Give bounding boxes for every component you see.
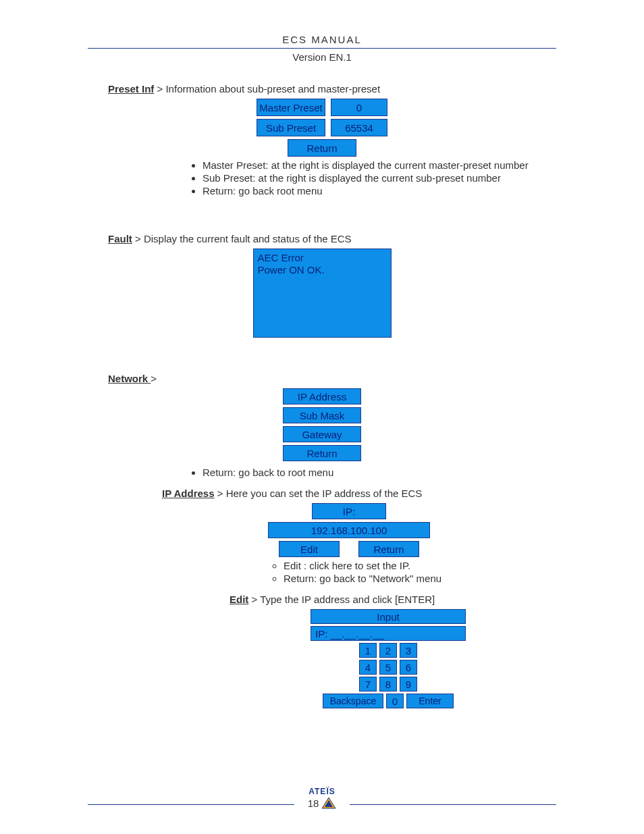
footer-rule-left [88, 804, 294, 805]
doc-version: Version EN.1 [88, 49, 556, 63]
master-preset-label: Master Preset [257, 99, 325, 116]
keypad-key-9[interactable]: 9 [400, 677, 417, 692]
ip-address-heading: IP Address [162, 488, 215, 499]
footer-rule-right [350, 804, 556, 805]
keypad-ip-row: IP: __.__.__.__ [311, 626, 466, 641]
keypad-key-3[interactable]: 3 [400, 643, 417, 658]
list-item: Master Preset: at the right is displayed… [203, 159, 536, 171]
fault-heading: Fault [108, 233, 132, 244]
fault-line: Power ON OK. [258, 264, 387, 276]
network-menu: IP Address Sub Mask Gateway Return [283, 388, 361, 464]
preset-panel: Master Preset 0 Sub Preset 65534 Return [251, 99, 393, 157]
network-heading-row: Network > [108, 373, 536, 384]
keypad-input-header: Input [311, 609, 466, 624]
keypad-key-8[interactable]: 8 [379, 677, 397, 692]
preset-return-button[interactable]: Return [288, 139, 356, 157]
network-item-return[interactable]: Return [283, 445, 361, 461]
ip-header-label: IP: [312, 503, 386, 519]
ip-address-bullets: Edit : click here to set the IP. Return:… [284, 560, 536, 584]
brand-name: ATEÏS [308, 787, 335, 796]
preset-inf-heading-row: Preset Inf > Information about sub-prese… [108, 83, 536, 95]
network-heading: Network [108, 373, 151, 384]
keypad-key-1[interactable]: 1 [359, 643, 377, 658]
edit-heading: Edit [230, 594, 248, 605]
network-gt: > [151, 373, 157, 384]
fault-heading-row: Fault > Display the current fault and st… [108, 233, 536, 244]
preset-inf-desc: > Information about sub-preset and maste… [154, 83, 380, 95]
preset-inf-bullets: Master Preset: at the right is displayed… [203, 159, 536, 197]
doc-title: ECS MANUAL [88, 34, 556, 48]
network-item-sub-mask[interactable]: Sub Mask [283, 407, 361, 423]
ip-address-panel: IP: 192.168.100.100 Edit Return [268, 503, 430, 557]
ip-return-button[interactable]: Return [358, 541, 419, 557]
ip-value: 192.168.100.100 [268, 522, 430, 538]
fault-panel: AEC Error Power ON OK. [253, 249, 392, 338]
keypad-key-4[interactable]: 4 [359, 660, 377, 675]
keypad-key-0[interactable]: 0 [386, 694, 404, 708]
master-preset-value: 0 [331, 99, 387, 116]
ip-address-heading-row: IP Address > Here you can set the IP add… [162, 488, 536, 499]
fault-line: AEC Error [258, 252, 387, 264]
sub-preset-label: Sub Preset [257, 119, 325, 136]
fault-desc: > Display the current fault and status o… [132, 233, 352, 244]
keypad-enter-button[interactable]: Enter [406, 694, 454, 708]
preset-inf-heading: Preset Inf [108, 83, 154, 95]
sub-preset-value: 65534 [331, 119, 387, 136]
list-item: Return: go back to "Network" menu [284, 573, 536, 584]
edit-desc: > Type the IP address and click [ENTER] [248, 594, 435, 605]
keypad-key-5[interactable]: 5 [379, 660, 397, 675]
page-footer: ATEÏS 18 [0, 787, 644, 810]
edit-heading-row: Edit > Type the IP address and click [EN… [230, 594, 536, 605]
page-number: 18 [308, 798, 319, 809]
list-item: Sub Preset: at the right is displayed th… [203, 172, 536, 184]
page-header: ECS MANUAL Version EN.1 [88, 34, 556, 63]
ip-address-desc: > Here you can set the IP address of the… [215, 488, 423, 499]
keypad-panel: Input IP: __.__.__.__ 1 2 3 4 5 6 7 8 9 [311, 609, 466, 708]
keypad-key-7[interactable]: 7 [359, 677, 377, 692]
brand-logo-icon [321, 796, 336, 810]
ip-edit-button[interactable]: Edit [279, 541, 340, 557]
network-bullets: Return: go back to root menu [203, 467, 536, 478]
keypad-key-2[interactable]: 2 [379, 643, 397, 658]
list-item: Edit : click here to set the IP. [284, 560, 536, 571]
list-item: Return: go back root menu [203, 185, 536, 197]
network-item-gateway[interactable]: Gateway [283, 426, 361, 442]
network-item-ip-address[interactable]: IP Address [283, 388, 361, 405]
keypad-backspace-button[interactable]: Backspace [323, 694, 383, 708]
list-item: Return: go back to root menu [203, 467, 536, 478]
keypad-key-6[interactable]: 6 [400, 660, 417, 675]
